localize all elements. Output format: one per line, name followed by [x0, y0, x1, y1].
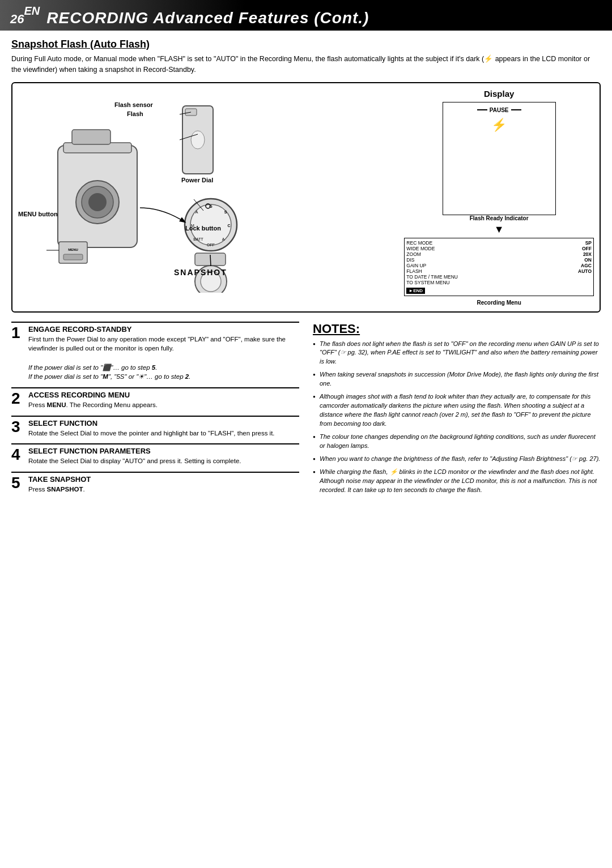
display-panel: PAUSE ⚡ [443, 102, 556, 215]
flash-symbol: ⚡ [447, 118, 552, 132]
label-flash-sensor: Flash sensor [114, 101, 153, 108]
gain-up-row: GAIN UP AGC [406, 263, 592, 268]
step-4-content: SELECT FUNCTION PARAMETERS Rotate the Se… [28, 447, 299, 466]
to-system-row: TO SYSTEM MENU [406, 280, 592, 285]
step-3-title: SELECT FUNCTION [28, 419, 299, 427]
pause-bar: PAUSE [447, 107, 552, 113]
note-2: When taking several snapshots in success… [313, 370, 601, 388]
notes-list: The flash does not light when the flash … [313, 340, 601, 495]
flash-row: FLASH AUTO [406, 268, 592, 274]
step-3-body: Rotate the Select Dial to move the point… [28, 429, 299, 438]
svg-text:S: S [224, 210, 227, 214]
svg-rect-5 [72, 130, 110, 144]
bottom-section: 1 ENGAGE RECORD-STANDBY First turn the P… [11, 322, 601, 500]
recording-menu-label: Recording Menu [477, 300, 521, 306]
step-4-title: SELECT FUNCTION PARAMETERS [28, 447, 299, 455]
step-2-title: ACCESS RECORDING MENU [28, 391, 299, 399]
step-3-number: 3 [11, 419, 24, 435]
note-6: While charging the flash, ⚡ blinks in th… [313, 468, 601, 495]
label-lock-button: Lock button [185, 225, 221, 232]
step-4-body: Rotate the Select Dial to display "AUTO"… [28, 456, 299, 466]
label-menu-button: MENU button [18, 211, 58, 217]
step-5: 5 TAKE SNAPSHOT Press SNAPSHOT. [11, 472, 299, 494]
label-flash: Flash [127, 110, 143, 117]
diagram-right: Display PAUSE ⚡ Flash Ready Indicator ▼ … [404, 89, 594, 306]
note-1: The flash does not light when the flash … [313, 340, 601, 367]
label-snapshot: SNAPSHOT [174, 268, 227, 277]
svg-point-4 [88, 193, 107, 211]
svg-rect-25 [63, 254, 83, 260]
step-2-content: ACCESS RECORDING MENU Press MENU. The Re… [28, 391, 299, 410]
main-content: Snapshot Flash (Auto Flash) During Full … [0, 31, 612, 508]
flash-ready-label: Flash Ready Indicator [470, 215, 529, 221]
camera-diagram: G S C A OFF BATT M A MENU [18, 89, 262, 293]
step-1-body: First turn the Power Dial to any operati… [28, 335, 299, 382]
step-1-title: ENGAGE RECORD-STANDBY [28, 325, 299, 333]
step-1-number: 1 [11, 325, 24, 341]
pause-line-right [511, 109, 521, 110]
zoom-row: ZOOM 20X [406, 251, 592, 257]
end-bar: ►END [406, 288, 425, 294]
steps-left: 1 ENGAGE RECORD-STANDBY First turn the P… [11, 322, 299, 500]
page-header: 26EN RECORDING Advanced Features (Cont.) [0, 0, 612, 31]
intro-text: During Full Auto mode, or Manual mode wh… [11, 54, 601, 75]
page-title: RECORDING Advanced Features (Cont.) [46, 9, 369, 27]
diagram-box: G S C A OFF BATT M A MENU [11, 82, 601, 313]
step-2: 2 ACCESS RECORDING MENU Press MENU. The … [11, 387, 299, 410]
step-2-body: Press MENU. The Recording Menu appears. [28, 400, 299, 410]
step-2-number: 2 [11, 391, 24, 407]
pause-line-left [477, 109, 487, 110]
to-date-row: TO DATE / TIME MENU [406, 274, 592, 280]
svg-point-7 [191, 131, 205, 149]
step-3-content: SELECT FUNCTION Rotate the Select Dial t… [28, 419, 299, 438]
diagram-left: G S C A OFF BATT M A MENU [18, 89, 397, 294]
step-4: 4 SELECT FUNCTION PARAMETERS Rotate the … [11, 443, 299, 466]
section-heading: Snapshot Flash (Auto Flash) [11, 39, 601, 50]
step-4-number: 4 [11, 447, 24, 463]
arrow-down: ▼ [494, 224, 504, 236]
label-power-dial: Power Dial [181, 177, 213, 183]
rec-mode-row: REC MODE SP [406, 240, 592, 246]
notes-section: NOTES: The flash does not light when the… [313, 322, 601, 500]
display-label: Display [484, 89, 514, 99]
step-1-content: ENGAGE RECORD-STANDBY First turn the Pow… [28, 325, 299, 382]
svg-line-29 [210, 255, 211, 266]
step-5-title: TAKE SNAPSHOT [28, 475, 299, 484]
note-5: When you want to change the brightness o… [313, 455, 601, 464]
notes-title: NOTES: [313, 322, 601, 336]
step-5-number: 5 [11, 475, 24, 491]
step-5-content: TAKE SNAPSHOT Press SNAPSHOT. [28, 475, 299, 494]
step-1: 1 ENGAGE RECORD-STANDBY First turn the P… [11, 322, 299, 382]
step-5-body: Press SNAPSHOT. [28, 485, 299, 494]
svg-text:BATT: BATT [193, 237, 203, 241]
dis-row: DIS ON [406, 257, 592, 263]
note-4: The colour tone changes depending on the… [313, 433, 601, 451]
step-3: 3 SELECT FUNCTION Rotate the Select Dial… [11, 416, 299, 438]
wide-mode-row: WIDE MODE OFF [406, 246, 592, 251]
svg-text:OFF: OFF [207, 243, 215, 247]
page-number: 26EN [10, 3, 40, 27]
svg-text:C: C [227, 224, 230, 228]
rec-table: REC MODE SP WIDE MODE OFF ZOOM 20X DIS O… [404, 238, 594, 296]
svg-text:A: A [222, 237, 225, 241]
note-3: Although images shot with a flash tend t… [313, 392, 601, 429]
svg-text:A: A [196, 210, 198, 214]
svg-text:MENU: MENU [68, 248, 78, 251]
